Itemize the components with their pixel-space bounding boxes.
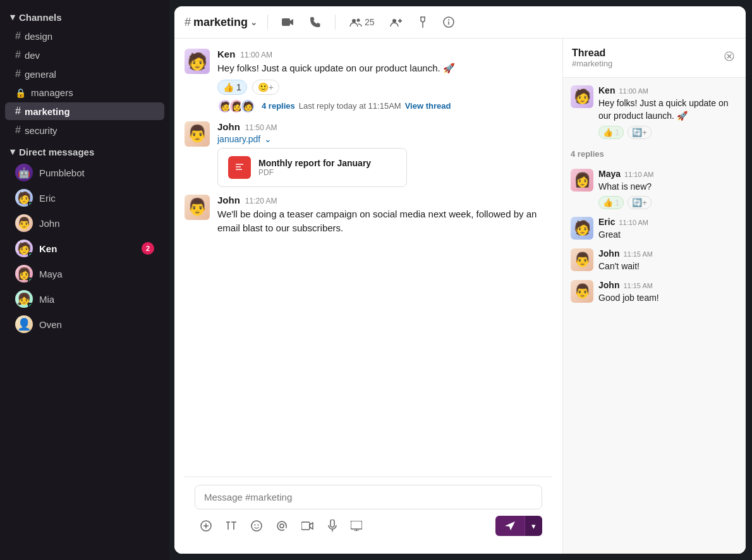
members-count: 25 — [365, 17, 375, 27]
sidebar-item-label: marketing — [25, 106, 70, 117]
thread-message-author: Ken — [598, 85, 615, 95]
add-button[interactable] — [195, 516, 217, 535]
sidebar-item-dev[interactable]: # dev — [5, 46, 164, 64]
message-time: 11:20 AM — [245, 197, 277, 205]
avatar: 👨 — [185, 195, 210, 220]
avatar: 👧 — [15, 290, 33, 308]
lock-icon: 🔒 — [15, 88, 26, 98]
sidebar-item-security[interactable]: # security — [5, 121, 164, 139]
dm-name: Eric — [39, 193, 56, 204]
sidebar-item-label: general — [25, 69, 56, 80]
avatar: 👤 — [15, 315, 33, 333]
dm-name: John — [39, 218, 60, 229]
dm-item-ken[interactable]: 🧑 Ken 2 — [5, 236, 164, 260]
reaction-thumbsup[interactable]: 👍 1 — [217, 80, 247, 95]
thread-message-header: Maya 11:10 AM — [598, 169, 738, 179]
thread-original-message: 🧑 Ken 11:00 AM Hey folks! Just a quick u… — [571, 85, 738, 139]
thread-reply-row: 🧑 Eric 11:10 AM Great — [571, 217, 738, 241]
sidebar: ▾ Channels # design # dev # general 🔒 ma… — [0, 0, 169, 560]
channel-dropdown-icon[interactable]: ⌄ — [250, 18, 257, 27]
sidebar-item-design[interactable]: # design — [5, 27, 164, 45]
send-dropdown-button[interactable]: ▾ — [525, 516, 542, 536]
reaction-count: 1 — [615, 128, 619, 137]
dm-item-maya[interactable]: 👩 Maya — [5, 262, 164, 286]
thread-reply-row: 👨 John 11:15 AM Good job team! — [571, 280, 738, 304]
video-clip-button[interactable] — [296, 518, 320, 534]
dm-item-john[interactable]: 👨 John — [5, 211, 164, 235]
close-thread-button[interactable] — [722, 49, 737, 67]
sidebar-item-marketing[interactable]: # marketing — [5, 102, 164, 120]
add-member-button[interactable] — [386, 15, 406, 29]
file-name-row[interactable]: january.pdf ⌄ — [217, 134, 552, 144]
avatar: 🧑 — [15, 240, 33, 257]
dm-section-header[interactable]: ▾ Direct messages — [0, 140, 169, 160]
sidebar-item-label: security — [25, 125, 58, 136]
chevron-down-icon: ▾ — [10, 146, 15, 157]
thread-header: Thread #marketing — [563, 39, 746, 78]
dm-item-eric[interactable]: 🧑 Eric — [5, 186, 164, 210]
avatar: 👨 — [571, 280, 593, 303]
svg-point-16 — [280, 524, 284, 528]
svg-point-3 — [392, 19, 396, 23]
thread-reaction-thumbsup[interactable]: 👍 1 — [598, 196, 624, 209]
thread-messages: 🧑 Ken 11:00 AM Hey folks! Just a quick u… — [563, 78, 746, 554]
message-content: John 11:20 AM We'll be doing a teaser ca… — [217, 195, 552, 236]
mention-button[interactable] — [270, 516, 293, 535]
video-button[interactable] — [278, 15, 298, 29]
sidebar-item-label: dev — [25, 50, 40, 61]
message-header: John 11:50 AM — [217, 121, 552, 132]
dm-name: Ken — [39, 243, 57, 254]
replies-count[interactable]: 4 replies — [262, 101, 295, 111]
thread-message-time: 11:15 AM — [623, 250, 652, 258]
file-attachment[interactable]: Monthly report for January PDF — [217, 148, 407, 187]
sidebar-item-label: managers — [31, 87, 73, 98]
sidebar-item-general[interactable]: # general — [5, 65, 164, 83]
members-button[interactable]: 25 — [346, 15, 379, 30]
thread-message-author: John — [598, 280, 619, 290]
avatar: 🧑 — [571, 85, 593, 108]
message-author: John — [217, 121, 240, 132]
phone-button[interactable] — [306, 14, 325, 30]
thread-message-content: Ken 11:00 AM Hey folks! Just a quick upd… — [598, 85, 738, 139]
svg-rect-9 — [233, 161, 246, 174]
online-indicator — [28, 303, 33, 308]
thread-message-text: Great — [598, 228, 738, 241]
message-content: John 11:50 AM january.pdf ⌄ Monthly repo… — [217, 121, 552, 187]
dm-item-mia[interactable]: 👧 Mia — [5, 287, 164, 311]
thread-reaction-thumbsup[interactable]: 👍 1 — [598, 126, 624, 139]
message-input-area: ▾ — [185, 477, 552, 544]
channels-section-header[interactable]: ▾ Channels — [0, 8, 169, 27]
thread-panel: Thread #marketing 🧑 Ken 11:00 AM — [562, 39, 746, 554]
avatar: 🧑 — [571, 217, 593, 240]
main-area: # marketing ⌄ 25 — [174, 6, 746, 554]
thread-message-text: Hey folks! Just a quick update on our pr… — [598, 97, 738, 123]
hash-icon: # — [15, 30, 21, 42]
sidebar-item-label: design — [25, 31, 52, 42]
thread-add-reaction-button[interactable]: 🔄+ — [628, 126, 652, 139]
send-button[interactable] — [495, 516, 525, 536]
audio-button[interactable] — [322, 516, 343, 536]
screen-share-button[interactable] — [345, 517, 368, 535]
avatar: 👩 — [571, 169, 593, 192]
emoji-button[interactable] — [245, 516, 268, 535]
pin-button[interactable] — [414, 14, 432, 30]
channel-name[interactable]: # marketing ⌄ — [185, 16, 257, 29]
add-reaction-button[interactable]: 🙂+ — [252, 80, 279, 95]
message-header: John 11:20 AM — [217, 195, 552, 205]
header-divider-2 — [335, 15, 336, 30]
reaction-emoji: 👍 — [603, 128, 613, 137]
sidebar-item-managers[interactable]: 🔒 managers — [5, 84, 164, 101]
info-button[interactable] — [439, 14, 458, 30]
dm-item-pumblebot[interactable]: 🤖 Pumblebot — [5, 161, 164, 185]
unread-badge: 2 — [142, 242, 154, 255]
svg-rect-18 — [331, 520, 334, 527]
thread-message-author: Maya — [598, 169, 621, 179]
thread-add-reaction-button[interactable]: 🔄+ — [628, 196, 652, 209]
message-input[interactable] — [195, 485, 542, 509]
view-thread-link[interactable]: View thread — [405, 101, 451, 111]
dm-item-oven[interactable]: 👤 Oven — [5, 312, 164, 336]
format-button[interactable] — [220, 518, 243, 534]
thread-title: Thread — [572, 47, 612, 59]
avatar: 👨 — [15, 214, 33, 232]
thread-reply-row: 👨 John 11:15 AM Can't wait! — [571, 248, 738, 272]
